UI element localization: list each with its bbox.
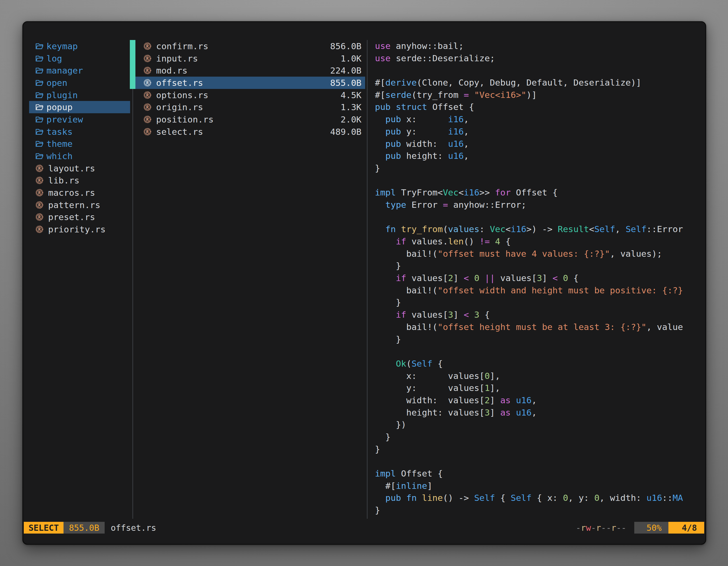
file-name: input.rs (156, 53, 198, 64)
file-size: 489.0B (330, 127, 361, 137)
rust-file-icon: R (35, 176, 44, 185)
code-line: fn try_from(values: Vec<i16>) -> Result<… (375, 223, 703, 236)
svg-text:R: R (146, 56, 149, 61)
code-line: if values[2] < 0 || values[3] < 0 { (375, 272, 703, 284)
code-line: #[derive(Clone, Copy, Debug, Default, De… (375, 77, 703, 89)
parent-item-tasks[interactable]: tasks (29, 126, 130, 138)
svg-text:R: R (38, 191, 41, 196)
file-name: offset.rs (156, 78, 203, 88)
visual-selection-marker (130, 40, 135, 89)
code-line: use serde::Deserialize; (375, 52, 703, 65)
file-row-select-rs[interactable]: R select.rs489.0B (135, 126, 365, 138)
item-label: pattern.rs (48, 200, 100, 210)
item-label: priority.rs (48, 224, 105, 234)
item-label: theme (46, 139, 72, 149)
code-line: } (375, 260, 703, 272)
item-label: preset.rs (48, 212, 95, 222)
code-line: bail!("offset must have 4 values: {:?}",… (375, 248, 703, 260)
code-line: Ok(Self { (375, 358, 703, 370)
open-folder-icon (35, 91, 44, 100)
file-row-confirm-rs[interactable]: R confirm.rs856.0B (135, 40, 365, 52)
item-label: which (46, 151, 72, 161)
rust-file-icon: R (143, 54, 152, 63)
item-label: manager (46, 65, 83, 76)
item-label: layout.rs (48, 163, 95, 173)
parent-item-keymap[interactable]: keymap (29, 40, 130, 52)
file-permissions: -rw-r--r-- (576, 523, 626, 533)
svg-text:R: R (38, 203, 41, 208)
code-line: bail!("offset width and height must be p… (375, 284, 703, 297)
code-line: pub x: i16, (375, 113, 703, 126)
code-line: } (375, 333, 703, 346)
status-right: -rw-r--r-- 50% 4/8 (576, 522, 704, 534)
preview-pane[interactable]: use anyhow::bail;use serde::Deserialize;… (375, 40, 703, 516)
status-bar: SELECT 855.0B offset.rs -rw-r--r-- 50% 4… (24, 522, 704, 534)
file-row-input-rs[interactable]: R input.rs1.0K (135, 52, 365, 65)
parent-item-log[interactable]: log (29, 52, 130, 65)
parent-item-priority-rs[interactable]: R priority.rs (29, 223, 130, 236)
file-row-mod-rs[interactable]: R mod.rs224.0B (135, 64, 365, 77)
code-line: if values[3] < 3 { (375, 309, 703, 321)
parent-item-open[interactable]: open (29, 77, 130, 89)
item-label: log (46, 53, 62, 64)
code-line: if values.len() != 4 { (375, 236, 703, 248)
rust-file-icon: R (143, 91, 152, 100)
current-directory-pane[interactable]: R confirm.rs856.0B R input.rs1.0K R mod.… (135, 40, 365, 138)
parent-item-preview[interactable]: preview (29, 113, 130, 126)
svg-text:R: R (146, 44, 149, 49)
svg-text:R: R (146, 117, 149, 122)
svg-text:R: R (146, 93, 149, 98)
parent-item-theme[interactable]: theme (29, 138, 130, 150)
code-line: width: values[2] as u16, (375, 394, 703, 407)
code-line: } (375, 443, 703, 455)
file-row-origin-rs[interactable]: R origin.rs1.3K (135, 101, 365, 113)
parent-item-layout-rs[interactable]: R layout.rs (29, 162, 130, 175)
file-row-position-rs[interactable]: R position.rs2.0K (135, 113, 365, 126)
code-line: type Error = anyhow::Error; (375, 199, 703, 211)
file-name: origin.rs (156, 102, 203, 112)
code-line: #[inline] (375, 480, 703, 492)
item-label: tasks (46, 127, 72, 137)
code-line: impl Offset { (375, 468, 703, 480)
file-size: 224.0B (330, 65, 361, 76)
parent-item-pattern-rs[interactable]: R pattern.rs (29, 199, 130, 211)
file-row-offset-rs[interactable]: R offset.rs855.0B (135, 77, 365, 89)
open-folder-icon (35, 66, 44, 75)
parent-item-which[interactable]: which (29, 150, 130, 162)
parent-item-popup[interactable]: popup (29, 101, 130, 113)
item-label: keymap (46, 41, 78, 51)
file-size: 4.5K (340, 90, 361, 100)
code-line (375, 175, 703, 187)
code-line (375, 211, 703, 224)
cursor-position-chip: 4/8 (668, 522, 704, 534)
rust-file-icon: R (143, 103, 152, 112)
parent-item-lib-rs[interactable]: R lib.rs (29, 175, 130, 187)
svg-text:R: R (38, 215, 41, 220)
preview-code: use anyhow::bail;use serde::Deserialize;… (375, 40, 703, 516)
status-filename: offset.rs (111, 523, 156, 533)
parent-item-manager[interactable]: manager (29, 64, 130, 77)
svg-text:R: R (38, 227, 41, 232)
svg-text:R: R (146, 105, 149, 110)
svg-text:R: R (38, 178, 41, 183)
file-size: 855.0B (330, 78, 361, 88)
item-label: open (46, 78, 67, 88)
code-line (375, 455, 703, 468)
parent-item-plugin[interactable]: plugin (29, 89, 130, 101)
file-row-options-rs[interactable]: R options.rs4.5K (135, 89, 365, 101)
code-line: } (375, 504, 703, 516)
rust-file-icon: R (143, 78, 152, 87)
code-line: pub struct Offset { (375, 101, 703, 113)
parent-item-preset-rs[interactable]: R preset.rs (29, 211, 130, 224)
parent-item-macros-rs[interactable]: R macros.rs (29, 187, 130, 199)
mode-badge: SELECT (24, 522, 64, 534)
svg-text:R: R (38, 166, 41, 171)
rust-file-icon: R (143, 127, 152, 136)
svg-text:R: R (146, 81, 149, 86)
open-folder-icon (35, 115, 44, 124)
file-name: confirm.rs (156, 41, 208, 51)
file-size: 2.0K (340, 114, 361, 125)
item-label: macros.rs (48, 188, 95, 198)
rust-file-icon: R (143, 115, 152, 124)
parent-directory-pane[interactable]: keymap log manager open plugin popup pre… (29, 40, 130, 236)
